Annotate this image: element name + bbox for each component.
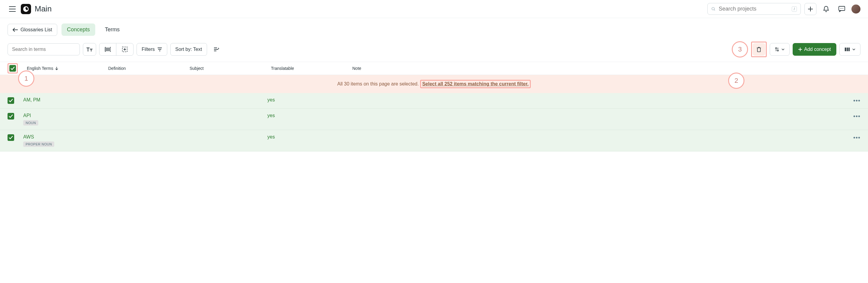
columns-icon	[844, 47, 850, 51]
table-body: AM, PM yes ••• API NOUN yes ••• AWS PROP…	[0, 93, 868, 151]
part-of-speech-badge: PROPER NOUN	[23, 141, 54, 147]
frame-plus-icon	[122, 46, 128, 52]
arrow-left-icon	[13, 28, 18, 32]
select-all-filter-link[interactable]: Select all 252 items matching the curren…	[422, 81, 529, 86]
check-icon	[9, 114, 13, 118]
top-bar: Main /	[0, 0, 868, 18]
row-more-button[interactable]: •••	[853, 113, 861, 120]
selection-banner: All 30 items on this page are selected. …	[0, 75, 868, 93]
text-size-button[interactable]	[83, 43, 96, 56]
table-row: AWS PROPER NOUN yes •••	[0, 130, 868, 151]
back-label: Glossaries List	[21, 27, 52, 33]
callout-3: 3	[732, 41, 748, 58]
svg-rect-6	[845, 47, 846, 51]
svg-point-4	[843, 8, 843, 9]
chat-icon	[838, 6, 845, 12]
table-row: AM, PM yes •••	[0, 93, 868, 109]
add-concept-label: Add concept	[804, 47, 831, 52]
columns-button[interactable]	[839, 43, 861, 56]
hamburger-menu-icon[interactable]	[7, 5, 17, 13]
search-projects-box[interactable]: /	[707, 3, 801, 15]
row-checkbox[interactable]	[7, 97, 14, 104]
view-toggle-group	[99, 43, 133, 56]
svg-point-3	[841, 8, 842, 9]
delete-button[interactable]	[752, 43, 765, 56]
column-header-note[interactable]: Note	[352, 66, 861, 71]
banner-text: All 30 items on this page are selected.	[337, 81, 420, 86]
row-checkbox[interactable]	[7, 113, 14, 119]
column-header-definition[interactable]: Definition	[108, 66, 190, 71]
filter-icon	[157, 47, 162, 51]
search-shortcut-hint: /	[792, 6, 797, 12]
translatable-cell: yes	[267, 113, 349, 118]
term-text[interactable]: AM, PM	[23, 97, 104, 103]
messages-button[interactable]	[836, 3, 848, 15]
search-projects-input[interactable]	[719, 6, 789, 12]
svg-point-0	[712, 7, 715, 10]
select-all-highlight	[7, 63, 18, 73]
check-icon	[10, 67, 15, 70]
column-header-translatable[interactable]: Translatable	[271, 66, 352, 71]
page-title: Main	[35, 4, 52, 13]
trash-icon	[756, 47, 761, 52]
row-more-button[interactable]: •••	[853, 97, 861, 104]
chevron-down-icon	[852, 48, 855, 50]
sort-button[interactable]: Sort by: Text	[170, 43, 207, 56]
expand-view-button[interactable]	[116, 43, 133, 56]
reorder-button[interactable]	[770, 43, 789, 56]
column-header-term[interactable]: English Terms	[27, 66, 108, 71]
sort-label: Sort by: Text	[176, 47, 202, 52]
column-header-subject[interactable]: Subject	[190, 66, 271, 71]
search-terms-input[interactable]	[7, 43, 80, 56]
select-all-checkbox[interactable]	[9, 65, 16, 72]
table-row: API NOUN yes •••	[0, 109, 868, 130]
row-more-button[interactable]: •••	[853, 134, 861, 141]
add-button[interactable]	[804, 3, 816, 15]
sort-direction-button[interactable]	[210, 43, 223, 56]
delete-highlight	[751, 41, 767, 57]
nav-row: Glossaries List Concepts Terms	[0, 18, 868, 36]
plus-icon	[808, 6, 813, 12]
tab-terms[interactable]: Terms	[99, 24, 125, 36]
glossaries-list-back-button[interactable]: Glossaries List	[7, 24, 57, 36]
sort-lines-icon	[214, 47, 219, 51]
arrow-down-icon	[55, 67, 58, 70]
barcode-icon	[104, 47, 111, 52]
add-concept-button[interactable]: Add concept	[793, 43, 836, 56]
app-logo	[21, 4, 31, 14]
filters-button[interactable]: Filters	[136, 43, 167, 56]
callout-1: 1	[18, 70, 34, 87]
plus-icon	[798, 47, 802, 51]
translatable-cell: yes	[267, 134, 349, 140]
tab-concepts[interactable]: Concepts	[61, 24, 95, 36]
select-all-link-highlight: Select all 252 items matching the curren…	[420, 80, 531, 88]
toolbar: Filters Sort by: Text 3 Add concept	[0, 36, 868, 62]
term-text[interactable]: API	[23, 113, 104, 118]
term-text[interactable]: AWS	[23, 134, 104, 140]
callout-2: 2	[728, 73, 744, 89]
text-size-icon	[86, 47, 93, 52]
chevron-down-icon	[781, 48, 784, 50]
swap-vertical-icon	[775, 47, 779, 52]
svg-rect-8	[848, 47, 849, 51]
bell-icon	[823, 6, 829, 12]
svg-rect-7	[846, 47, 848, 51]
translatable-cell: yes	[267, 97, 349, 103]
user-avatar[interactable]	[851, 4, 861, 13]
notifications-button[interactable]	[820, 3, 832, 15]
part-of-speech-badge: NOUN	[23, 120, 38, 126]
check-icon	[9, 99, 13, 102]
row-checkbox[interactable]	[7, 134, 14, 141]
check-icon	[9, 136, 13, 139]
barcode-view-button[interactable]	[99, 43, 116, 56]
filters-label: Filters	[142, 47, 155, 52]
search-icon	[711, 6, 716, 12]
svg-point-2	[840, 8, 841, 9]
